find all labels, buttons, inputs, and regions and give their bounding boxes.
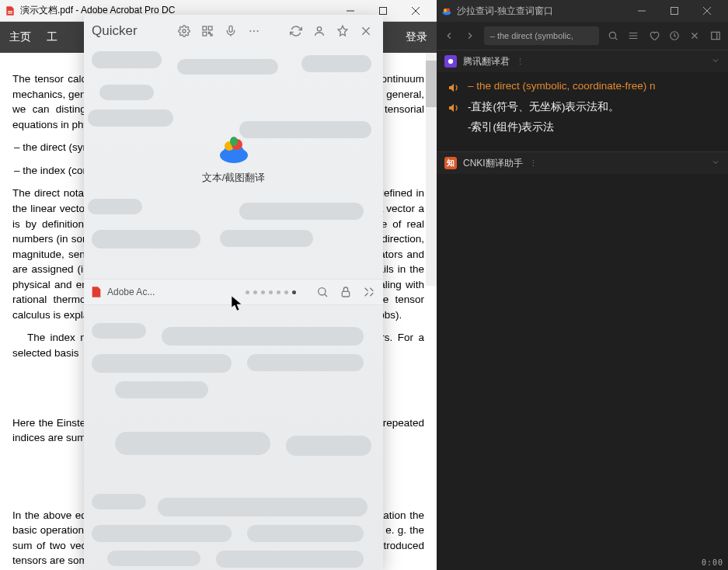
qrcode-icon[interactable] [198,22,217,40]
mouse-cursor-icon [232,296,242,311]
chevron-down-icon[interactable] [711,158,720,169]
tencent-icon [444,55,457,68]
source-text: – the direct (symbolic, coordinate-free)… [468,80,656,92]
panel-title: CNKI翻译助手 [463,157,523,170]
tools-icon[interactable] [361,284,377,300]
panel-header[interactable]: 知 CNKI翻译助手 ⋮ [437,152,728,174]
quicker-body: 文本/截图翻译 Adobe Ac... [84,47,383,570]
chevron-down-icon[interactable] [711,56,720,68]
pin-icon[interactable] [333,22,352,40]
history-icon[interactable] [665,26,684,46]
speaker-icon[interactable] [448,82,460,94]
target-text: -索引(组件)表示法 [468,120,555,134]
svg-point-22 [609,32,615,38]
search-icon[interactable] [604,26,622,46]
quicker-title: Quicker [92,23,138,39]
cnki-icon: 知 [444,157,457,169]
action-translate[interactable]: 文本/截图翻译 [179,129,288,185]
svg-point-9 [253,30,255,32]
svg-rect-3 [208,26,212,30]
svg-rect-0 [380,7,387,14]
saladict-toolbar: – the direct (symbolic, [437,22,728,50]
refresh-icon[interactable] [287,22,305,40]
minimize-button[interactable] [625,0,658,22]
svg-rect-2 [203,26,207,30]
saladict-window: 沙拉查词-独立查词窗口 – the direct (symbolic, 腾讯翻译… [437,0,728,570]
login-link[interactable]: 登录 [406,30,427,44]
panel-tencent: 腾讯翻译君 ⋮ – the direct (symbolic, coordina… [437,50,728,151]
pdf-file-icon [90,286,103,298]
action-label: 文本/截图翻译 [179,171,288,185]
saladict-title-text: 沙拉查词-独立查词窗口 [457,5,553,18]
page-dots[interactable] [246,290,296,294]
saladict-logo-icon [441,5,452,16]
quicker-header[interactable]: Quicker [84,15,383,47]
sidebar-icon[interactable] [706,26,725,46]
maximize-button[interactable] [658,0,691,22]
svg-rect-17 [342,291,349,297]
svg-point-15 [230,137,238,146]
speaker-icon[interactable] [448,102,460,114]
gear-icon[interactable] [175,22,193,40]
close-button[interactable] [691,0,723,22]
translation-result: – the direct (symbolic, coordinate-free)… [437,72,728,151]
scrollbar-thumb[interactable] [426,61,437,107]
close-icon[interactable] [357,22,375,40]
svg-rect-4 [203,32,207,36]
svg-point-20 [446,9,450,12]
lock-icon[interactable] [338,284,354,300]
more-icon[interactable] [245,22,263,40]
quicker-panel: Quicker [84,15,383,570]
search-icon[interactable] [315,284,330,300]
svg-point-1 [183,30,186,33]
svg-point-25 [448,59,453,64]
nav-back-icon[interactable] [440,26,458,46]
svg-rect-24 [712,32,720,39]
nav-forward-icon[interactable] [460,26,479,46]
heart-icon[interactable] [645,26,664,46]
saladict-titlebar[interactable]: 沙拉查词-独立查词窗口 [437,0,728,22]
user-icon[interactable] [310,22,329,40]
tab-home[interactable]: 主页 [9,30,31,44]
tab-tools[interactable]: 工 [47,30,57,44]
panel-title: 腾讯翻译君 [463,55,510,68]
scatter-icon[interactable] [685,26,704,46]
menu-icon[interactable] [624,26,643,46]
svg-rect-7 [229,26,232,32]
search-input[interactable]: – the direct (symbolic, [484,26,599,45]
translate-action-icon [215,129,253,166]
panel-more-icon[interactable]: ⋮ [516,57,526,67]
pdf-file-icon [5,5,16,16]
svg-point-10 [257,30,259,32]
close-button[interactable] [399,0,432,22]
svg-point-8 [249,30,251,32]
svg-rect-21 [671,8,678,15]
panel-header[interactable]: 腾讯翻译君 ⋮ [437,50,728,72]
panel-more-icon[interactable]: ⋮ [529,158,539,169]
svg-rect-5 [208,32,210,33]
svg-point-11 [317,27,321,31]
panel-cnki: 知 CNKI翻译助手 ⋮ [437,151,728,174]
mic-icon[interactable] [221,22,240,40]
timer-text: 0:00 [702,558,723,567]
svg-rect-6 [211,34,212,36]
target-text: -直接(符号、无坐标)表示法和。 [468,100,620,114]
scrollbar[interactable] [426,53,437,286]
context-app-name: Adobe Ac... [107,287,155,297]
svg-point-16 [319,288,326,295]
